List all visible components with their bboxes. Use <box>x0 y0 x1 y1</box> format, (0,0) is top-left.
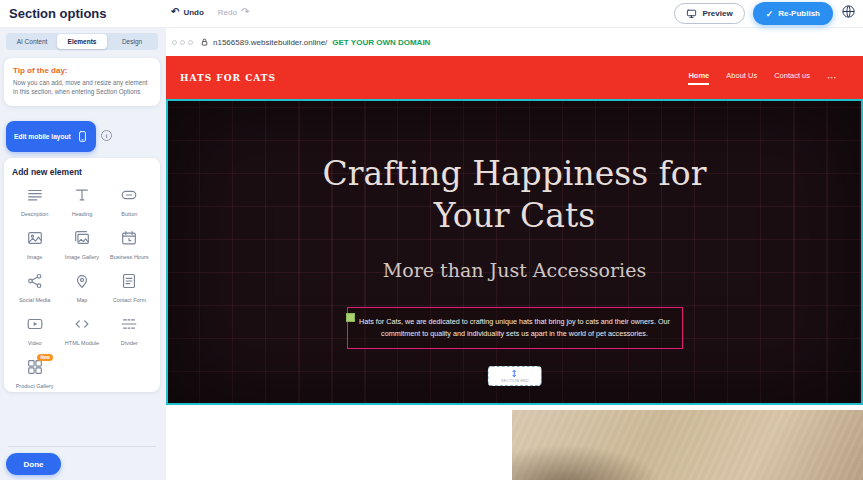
social-media-icon <box>26 272 44 294</box>
resize-vertical-icon <box>510 369 519 378</box>
tab-design[interactable]: Design <box>107 34 157 49</box>
topbar-actions: Preview ✓ Re-Publish <box>674 2 856 25</box>
redo-icon: ↷ <box>241 7 249 17</box>
browser-dots-icon <box>172 40 193 45</box>
sidebar-tabs: AI ContentElementsDesign <box>6 33 158 50</box>
description-icon <box>26 186 44 208</box>
element-label: Button <box>121 211 137 218</box>
site-logo[interactable]: Hats for Cats <box>180 73 276 83</box>
site-header[interactable]: Hats for Cats HomeAbout UsContact us⋯ <box>166 56 863 99</box>
language-globe-icon[interactable] <box>841 4 856 23</box>
tip-title: Tip of the day: <box>13 66 151 75</box>
preview-button[interactable]: Preview <box>674 3 744 24</box>
element-label: HTML Module <box>65 340 99 347</box>
element-business-hours[interactable]: Business Hours <box>107 229 152 261</box>
element-label: Map <box>77 297 88 304</box>
element-selection-handle[interactable] <box>346 313 355 322</box>
heading-icon <box>73 186 91 208</box>
section-handle-label: SECTION END <box>501 379 529 383</box>
monitor-icon <box>686 8 697 19</box>
undo-icon: ↶ <box>171 7 179 17</box>
element-label: Image Gallery <box>65 254 99 261</box>
element-description[interactable]: Description <box>12 186 57 218</box>
map-icon <box>73 272 91 294</box>
page-title: Section options <box>9 6 107 21</box>
business-hours-icon <box>120 229 138 251</box>
html-module-icon <box>73 315 91 337</box>
canvas: n1566589.websitebuilder.online/ GET YOUR… <box>166 28 863 480</box>
info-icon[interactable]: i <box>101 130 112 141</box>
element-label: Description <box>21 211 49 218</box>
section-resize-handle[interactable]: SECTION END <box>487 366 542 386</box>
video-icon <box>26 315 44 337</box>
element-label: Heading <box>72 211 93 218</box>
contact-form-icon <box>120 272 138 294</box>
hero-heading[interactable]: Crafting Happiness for Your Cats <box>300 99 730 237</box>
divider-icon <box>120 315 138 337</box>
element-button[interactable]: Button <box>107 186 152 218</box>
sidebar-divider <box>8 446 156 447</box>
element-label: Video <box>28 340 42 347</box>
site-nav: HomeAbout UsContact us⋯ <box>688 71 837 85</box>
element-label: Image <box>27 254 42 261</box>
element-label: Product Gallery <box>16 383 54 390</box>
tip-card: Tip of the day: Now you can add, move an… <box>4 58 160 106</box>
element-html-module[interactable]: HTML Module <box>59 315 104 347</box>
element-image[interactable]: Image <box>12 229 57 261</box>
element-label: Contact Form <box>113 297 146 304</box>
element-label: Business Hours <box>110 254 149 261</box>
nav-contact-us[interactable]: Contact us <box>774 71 810 85</box>
element-image-gallery[interactable]: Image Gallery <box>59 229 104 261</box>
element-map[interactable]: Map <box>59 272 104 304</box>
element-product-gallery[interactable]: NewProduct Gallery <box>12 358 57 390</box>
next-section-image[interactable] <box>512 410 863 480</box>
nav-about-us[interactable]: About Us <box>726 71 757 85</box>
lock-icon <box>200 33 209 51</box>
nav-home[interactable]: Home <box>688 71 709 85</box>
sidebar: AI ContentElementsDesign Tip of the day:… <box>0 28 166 480</box>
element-grid: DescriptionHeadingButtonImageImage Galle… <box>12 186 152 389</box>
button-icon <box>120 186 138 208</box>
done-button[interactable]: Done <box>6 453 61 475</box>
hero-body-text: Hats for Cats, we are dedicated to craft… <box>359 317 670 338</box>
image-icon <box>26 229 44 251</box>
site-url: n1566589.websitebuilder.online/ <box>213 38 327 47</box>
tab-ai-content[interactable]: AI Content <box>7 34 57 49</box>
redo-label: Redo <box>218 8 237 17</box>
element-divider[interactable]: Divider <box>107 315 152 347</box>
element-heading[interactable]: Heading <box>59 186 104 218</box>
element-social-media[interactable]: Social Media <box>12 272 57 304</box>
element-video[interactable]: Video <box>12 315 57 347</box>
undo-label: Undo <box>183 8 203 17</box>
product-gallery-icon <box>26 358 44 380</box>
republish-button[interactable]: ✓ Re-Publish <box>753 2 833 25</box>
edit-mobile-layout-button[interactable]: Edit mobile layout <box>6 121 96 152</box>
republish-label: Re-Publish <box>778 9 820 18</box>
topbar: Section options ↶ Undo Redo ↷ Preview ✓ … <box>0 0 863 28</box>
hero-section[interactable]: Crafting Happiness for Your Cats More th… <box>166 99 863 405</box>
element-label: Divider <box>121 340 138 347</box>
redo-button[interactable]: Redo ↷ <box>218 7 250 17</box>
tab-elements[interactable]: Elements <box>57 34 107 49</box>
element-label: Social Media <box>19 297 51 304</box>
undo-button[interactable]: ↶ Undo <box>171 7 204 17</box>
edit-mobile-label: Edit mobile layout <box>14 133 71 140</box>
add-element-card: Add new element DescriptionHeadingButton… <box>4 158 160 392</box>
new-badge: New <box>37 354 52 361</box>
preview-label: Preview <box>702 9 732 18</box>
hero-subheading[interactable]: More than Just Accessories <box>166 259 863 281</box>
browser-bar: n1566589.websitebuilder.online/ GET YOUR… <box>166 28 863 56</box>
element-contact-form[interactable]: Contact Form <box>107 272 152 304</box>
website-preview: Hats for Cats HomeAbout UsContact us⋯ Cr… <box>166 56 863 480</box>
tip-body: Now you can add, move and resize any ele… <box>13 79 151 97</box>
add-element-title: Add new element <box>12 167 152 177</box>
image-gallery-icon <box>73 229 91 251</box>
get-domain-link[interactable]: GET YOUR OWN DOMAIN <box>332 38 430 47</box>
phone-icon <box>76 130 89 143</box>
history-controls: ↶ Undo Redo ↷ <box>171 7 249 17</box>
hero-text-box[interactable]: Hats for Cats, we are dedicated to craft… <box>347 307 683 349</box>
check-icon: ✓ <box>766 9 774 19</box>
